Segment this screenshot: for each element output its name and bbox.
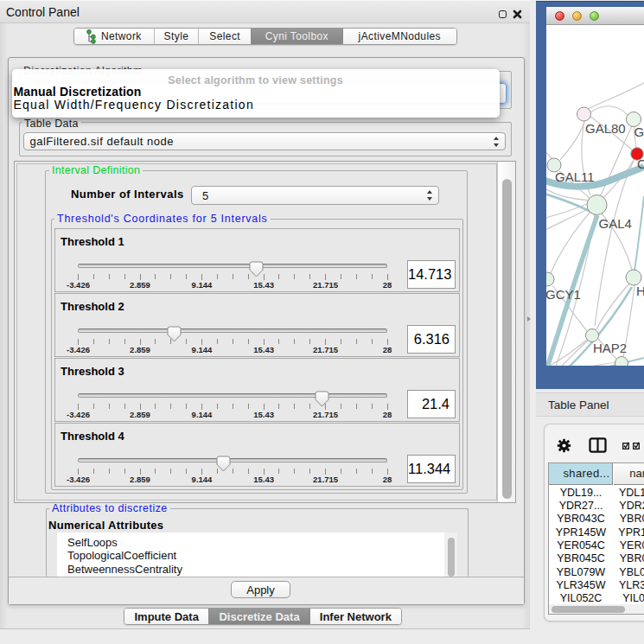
svg-text:GAL4: GAL4	[599, 216, 632, 231]
svg-text:GAL11: GAL11	[555, 169, 595, 183]
svg-text:H: H	[636, 284, 644, 298]
svg-text:GAL80: GAL80	[585, 121, 626, 136]
svg-text:GCY1: GCY1	[546, 287, 581, 302]
svg-text:HAP2: HAP2	[593, 341, 627, 355]
svg-text:GA: GA	[634, 124, 644, 139]
svg-text:C: C	[637, 156, 644, 171]
